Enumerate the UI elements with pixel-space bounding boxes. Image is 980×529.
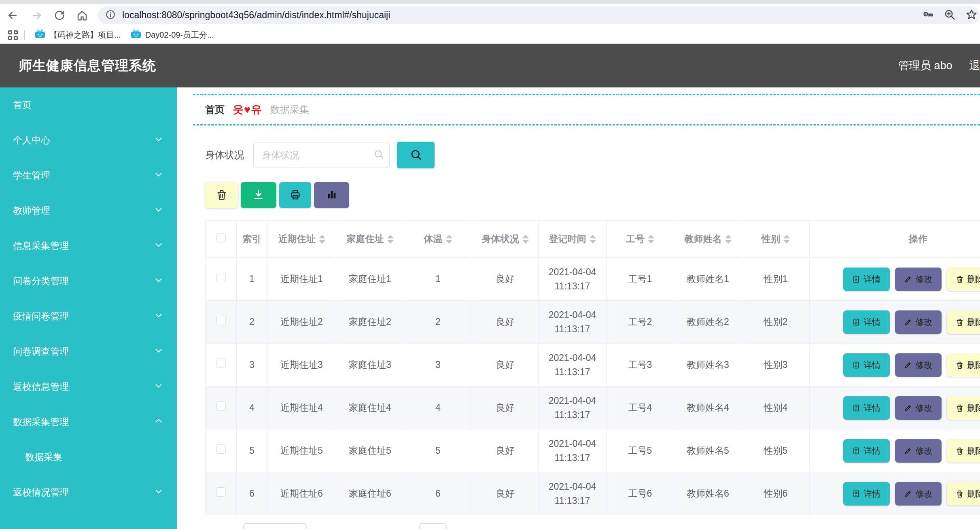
bookmark-item-1[interactable]: 【码神之路】项目...: [35, 30, 121, 40]
detail-button[interactable]: 详情: [843, 310, 890, 334]
cell-gender: 性别4: [742, 387, 810, 429]
sidebar-item-3[interactable]: 教师管理: [0, 193, 177, 228]
delete-button[interactable]: 删除: [947, 310, 980, 334]
sort-caret-icon[interactable]: [590, 235, 596, 244]
bulk-delete-button[interactable]: [205, 182, 238, 208]
delete-button[interactable]: 删除: [947, 396, 980, 420]
browser-back-icon[interactable]: [6, 8, 19, 22]
address-bar[interactable]: localhost:8080/springboot43q56/admin/dis…: [98, 6, 980, 24]
column-header[interactable]: 教师姓名: [674, 221, 742, 258]
cell-job-no: 工号4: [607, 387, 674, 429]
cell-register-time: 2021-04-04 11:13:17: [539, 344, 607, 387]
print-button[interactable]: [279, 182, 311, 208]
sidebar-menu: 首页 个人中心 学生管理 教师管理 信息: [0, 87, 177, 529]
chevron-down-icon: [154, 135, 163, 146]
cell-register-time: 2021-04-04 11:13:17: [539, 472, 607, 515]
sidebar-item-5[interactable]: 问卷分类管理: [0, 263, 177, 299]
sort-caret-icon[interactable]: [783, 235, 790, 244]
sidebar-item-9[interactable]: 数据采集管理: [0, 404, 177, 440]
row-checkbox[interactable]: [216, 359, 226, 368]
column-header[interactable]: 近期住址: [267, 221, 336, 258]
sort-caret-icon[interactable]: [725, 235, 732, 244]
site-info-icon[interactable]: [105, 9, 116, 21]
table-toolbar: [205, 182, 980, 208]
column-header[interactable]: 身体状况: [472, 221, 539, 258]
url-text[interactable]: localhost:8080/springboot43q56/admin/dis…: [122, 10, 922, 21]
browser-forward-icon[interactable]: [30, 8, 44, 22]
apps-grid-icon[interactable]: [8, 30, 18, 40]
sidebar-item-2[interactable]: 学生管理: [0, 158, 177, 193]
sidebar-item-7[interactable]: 问卷调查管理: [0, 334, 177, 369]
trash-icon: [216, 189, 227, 202]
chart-button[interactable]: [314, 182, 349, 208]
export-download-button[interactable]: [241, 182, 276, 208]
password-key-icon[interactable]: [922, 8, 934, 22]
delete-button[interactable]: 删除: [947, 268, 980, 291]
detail-button[interactable]: 详情: [843, 396, 890, 420]
sidebar-item-label: 疫情问卷管理: [13, 310, 154, 323]
detail-button[interactable]: 详情: [843, 268, 890, 291]
column-header[interactable]: 登记时间: [539, 221, 607, 258]
chevron-down-icon: [154, 311, 163, 322]
chevron-down-icon: [154, 487, 163, 498]
row-checkbox[interactable]: [216, 402, 226, 411]
breadcrumb-current: 数据采集: [270, 103, 309, 116]
edit-button[interactable]: 修改: [895, 310, 942, 334]
search-button[interactable]: [397, 142, 435, 168]
cell-temperature: 1: [404, 258, 472, 301]
edit-button[interactable]: 修改: [895, 268, 942, 291]
column-header[interactable]: 性别: [742, 221, 810, 258]
select-all-checkbox[interactable]: [216, 233, 226, 242]
pagination-page-size-select[interactable]: [243, 523, 307, 529]
edit-button[interactable]: 修改: [895, 439, 942, 463]
sidebar-item-11[interactable]: 返校情况管理: [0, 475, 177, 510]
bookmark-item-2[interactable]: Day02-09-员工分...: [131, 30, 214, 40]
sidebar-item-4[interactable]: 信息采集管理: [0, 228, 177, 263]
sort-caret-icon[interactable]: [522, 235, 529, 244]
bookmark-star-icon[interactable]: [965, 8, 978, 22]
cell-recent-address: 近期住址4: [267, 387, 336, 429]
row-checkbox[interactable]: [216, 316, 226, 325]
cell-recent-address: 近期住址1: [267, 258, 336, 301]
body-status-input[interactable]: [253, 142, 390, 168]
column-header[interactable]: 工号: [607, 221, 674, 258]
column-header[interactable]: 家庭住址: [336, 221, 404, 258]
column-header: 操作: [810, 221, 980, 258]
browser-home-icon[interactable]: [75, 8, 89, 22]
delete-button[interactable]: 删除: [947, 353, 980, 377]
edit-button[interactable]: 修改: [895, 482, 942, 506]
column-header[interactable]: 体温: [404, 221, 472, 258]
breadcrumb-home[interactable]: 首页: [205, 103, 225, 116]
row-checkbox[interactable]: [216, 487, 226, 497]
sort-caret-icon[interactable]: [319, 235, 325, 244]
table-row: 1 近期住址1 家庭住址1 1 良好 2021-04-04 11:13:17 工…: [206, 258, 980, 301]
sidebar-item-8[interactable]: 返校信息管理: [0, 369, 177, 404]
row-checkbox[interactable]: [216, 273, 226, 282]
detail-button[interactable]: 详情: [843, 482, 890, 506]
pagination-page-button[interactable]: [419, 523, 447, 529]
trash-icon: [956, 318, 964, 326]
delete-button[interactable]: 删除: [947, 482, 980, 506]
browser-reload-icon[interactable]: [53, 8, 66, 22]
sort-caret-icon[interactable]: [648, 235, 654, 244]
sidebar-item-6[interactable]: 疫情问卷管理: [0, 299, 177, 334]
delete-button[interactable]: 删除: [947, 439, 980, 463]
logout-link[interactable]: 退出: [969, 58, 980, 73]
cell-teacher-name: 教师姓名2: [674, 301, 742, 344]
sort-caret-icon[interactable]: [387, 235, 394, 244]
detail-button[interactable]: 详情: [843, 353, 890, 377]
sort-caret-icon[interactable]: [446, 235, 452, 244]
edit-button[interactable]: 修改: [895, 396, 942, 420]
zoom-in-icon[interactable]: [944, 8, 956, 22]
edit-button[interactable]: 修改: [895, 353, 942, 377]
detail-button[interactable]: 详情: [843, 439, 890, 463]
row-checkbox[interactable]: [216, 444, 226, 454]
sidebar-item-1[interactable]: 个人中心: [0, 123, 177, 158]
sidebar-item-10-sub[interactable]: 数据采集: [0, 440, 177, 475]
browser-toolbar: localhost:8080/springboot43q56/admin/dis…: [0, 4, 980, 27]
sidebar-item-0[interactable]: 首页: [0, 87, 177, 123]
sidebar-item-label: 问卷分类管理: [13, 275, 154, 287]
chevron-down-icon: [154, 205, 163, 217]
cell-body-status: 良好: [472, 429, 539, 472]
document-icon: [852, 447, 860, 455]
